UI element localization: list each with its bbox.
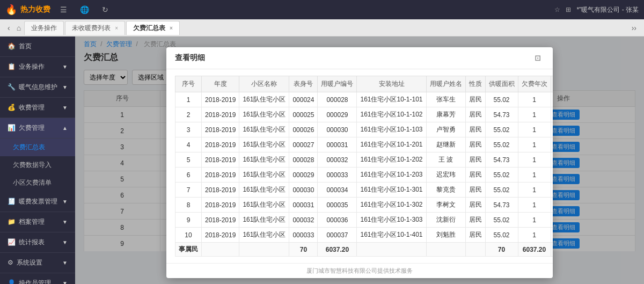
sidebar-item-heat-info[interactable]: 🔧暖气信息维护 ▼ bbox=[0, 77, 75, 98]
detail-modal: 查看明细 ⊡ 序号 年度 小区名称 表身号 用暖户编号 安装地址 bbox=[166, 47, 553, 278]
grid-icon[interactable]: ⊞ bbox=[566, 6, 571, 13]
sidebar-item-arrears-import[interactable]: 欠费数据导入 bbox=[0, 156, 75, 174]
modal-row-seq: 8 bbox=[175, 198, 202, 213]
modal-col-year: 年度 bbox=[202, 76, 239, 92]
modal-row-community: 161队住宅小区 bbox=[239, 92, 289, 107]
tab-home-btn[interactable]: ⌂ bbox=[13, 24, 24, 32]
modal-row-amount: 1210.44 bbox=[551, 122, 553, 137]
flame-icon: 🔥 bbox=[5, 4, 17, 16]
modal-row-times: 1 bbox=[518, 213, 551, 228]
sidebar-invoice-arrow: ▼ bbox=[62, 199, 68, 205]
sidebar-item-community-arrears[interactable]: 小区欠费清单 bbox=[0, 174, 75, 192]
modal-close-btn[interactable]: ⊡ bbox=[531, 53, 544, 63]
modal-row-meter: 000032 bbox=[289, 213, 318, 228]
sidebar-item-arrears-summary[interactable]: 欠费汇总表 bbox=[0, 139, 75, 156]
refresh-icon[interactable]: ↻ bbox=[99, 4, 112, 15]
sidebar-community-arrears-label: 小区欠费清单 bbox=[13, 179, 52, 186]
tab-prev-btn[interactable]: ‹ bbox=[4, 24, 13, 32]
modal-row-meter: 000026 bbox=[289, 122, 318, 137]
globe-icon[interactable]: 🌐 bbox=[77, 4, 92, 15]
modal-row-meter: 000027 bbox=[289, 137, 318, 152]
modal-col-community: 小区名称 bbox=[239, 76, 289, 92]
sidebar-item-operator[interactable]: 👤操作员管理 ▼ bbox=[0, 273, 75, 284]
tab-unpaid-close-icon[interactable]: × bbox=[115, 25, 118, 31]
menu-icon[interactable]: ☰ bbox=[57, 4, 70, 15]
app-title: 热力收费 bbox=[20, 5, 50, 14]
modal-footer-text: 厦门城市智慧科技有限公司提供技术服务 bbox=[166, 263, 553, 278]
modal-row-seq: 6 bbox=[175, 168, 202, 183]
modal-row-times: 1 bbox=[518, 107, 551, 122]
modal-row-amount: 1210.44 bbox=[551, 168, 553, 183]
sidebar-archive-arrow: ▼ bbox=[62, 219, 68, 225]
sidebar-heat-label: 暖气信息维护 bbox=[19, 83, 57, 91]
app-logo: 🔥 热力收费 bbox=[5, 4, 50, 16]
modal-table-row: 4 2018-2019 161队住宅小区 000027 000031 161住宅… bbox=[175, 137, 553, 152]
sidebar-item-settings[interactable]: ⚙系统设置 ▼ bbox=[0, 253, 75, 273]
modal-row-address: 161住宅小区10-1-302 bbox=[357, 198, 426, 213]
modal-row-amount: 1210.44 bbox=[551, 213, 553, 228]
modal-footer-year bbox=[202, 243, 239, 257]
modal-col-area: 供暖面积 bbox=[485, 76, 518, 92]
modal-row-userno: 000030 bbox=[318, 122, 357, 137]
modal-row-address: 161住宅小区10-1-301 bbox=[357, 183, 426, 198]
modal-row-name: 沈新衍 bbox=[426, 213, 465, 228]
sidebar-item-arrears[interactable]: 📊欠费管理 ▲ bbox=[0, 118, 75, 139]
modal-col-times: 欠费年次 bbox=[518, 76, 551, 92]
modal-row-times: 1 bbox=[518, 228, 551, 243]
modal-row-name: 李树文 bbox=[426, 198, 465, 213]
modal-row-seq: 3 bbox=[175, 122, 202, 137]
tab-unpaid-list[interactable]: 未收暖费列表 × bbox=[65, 21, 125, 35]
modal-row-meter: 000025 bbox=[289, 107, 318, 122]
sidebar-item-fee-mgmt[interactable]: 💰收费管理 ▼ bbox=[0, 98, 75, 118]
sidebar-business-arrow: ▼ bbox=[62, 64, 68, 70]
modal-row-year: 2018-2019 bbox=[202, 213, 239, 228]
modal-row-year: 2018-2019 bbox=[202, 152, 239, 168]
modal-row-times: 1 bbox=[518, 198, 551, 213]
modal-row-amount: 1204.06 bbox=[551, 198, 553, 213]
topbar: 🔥 热力收费 ☰ 🌐 ↻ ☆ ⊞ *"暖气有限公司 - 张某 bbox=[0, 0, 644, 19]
modal-row-year: 2018-2019 bbox=[202, 122, 239, 137]
modal-row-times: 1 bbox=[518, 122, 551, 137]
modal-row-type: 居民 bbox=[465, 137, 485, 152]
sidebar-fee-arrow: ▼ bbox=[62, 105, 68, 111]
sidebar-report-arrow: ▼ bbox=[62, 239, 68, 245]
sidebar-operator-arrow: ▼ bbox=[62, 280, 68, 284]
sidebar-item-business[interactable]: 📋业务操作 ▼ bbox=[0, 57, 75, 77]
modal-footer-community bbox=[239, 243, 289, 257]
modal-row-meter: 000030 bbox=[289, 183, 318, 198]
modal-row-seq: 5 bbox=[175, 152, 202, 168]
modal-row-userno: 000037 bbox=[318, 228, 357, 243]
tab-business-ops-label: 业务操作 bbox=[31, 24, 57, 33]
sidebar-item-archive[interactable]: 📁档案管理 ▼ bbox=[0, 212, 75, 232]
modal-footer-amount: 70 bbox=[551, 243, 553, 257]
sidebar-item-home[interactable]: 🏠首页 bbox=[0, 37, 75, 57]
modal-row-year: 2018-2019 bbox=[202, 92, 239, 107]
star-icon[interactable]: ☆ bbox=[554, 6, 560, 13]
modal-row-address: 161住宅小区10-1-101 bbox=[357, 92, 426, 107]
modal-footer-type bbox=[465, 243, 485, 257]
modal-row-type: 居民 bbox=[465, 107, 485, 122]
modal-row-address: 161住宅小区10-1-203 bbox=[357, 168, 426, 183]
tab-next-btn[interactable]: ›› bbox=[628, 24, 640, 32]
modal-row-name: 赵继新 bbox=[426, 137, 465, 152]
modal-row-community: 161队住宅小区 bbox=[239, 122, 289, 137]
modal-row-amount: 1204.06 bbox=[551, 152, 553, 168]
modal-row-name: 张车生 bbox=[426, 92, 465, 107]
modal-row-area: 54.73 bbox=[485, 198, 518, 213]
modal-row-area: 55.02 bbox=[485, 168, 518, 183]
sidebar-business-label: 业务操作 bbox=[19, 63, 45, 70]
modal-row-amount: 1210.44 bbox=[551, 183, 553, 198]
sidebar-item-report[interactable]: 📈统计报表 ▼ bbox=[0, 232, 75, 253]
tab-arrears-summary[interactable]: 欠费汇总表 × bbox=[126, 21, 180, 35]
sidebar-item-invoice[interactable]: 🧾暖费发票管理 ▼ bbox=[0, 192, 75, 212]
tab-business-ops[interactable]: 业务操作 bbox=[24, 21, 64, 35]
tab-arrears-close-icon[interactable]: × bbox=[170, 25, 173, 31]
modal-table-row: 8 2018-2019 161队住宅小区 000031 000035 161住宅… bbox=[175, 198, 553, 213]
modal-row-year: 2018-2019 bbox=[202, 168, 239, 183]
modal-row-userno: 000036 bbox=[318, 213, 357, 228]
modal-row-type: 居民 bbox=[465, 152, 485, 168]
modal-row-meter: 000029 bbox=[289, 168, 318, 183]
modal-row-meter: 000028 bbox=[289, 152, 318, 168]
modal-row-amount: 1210.44 bbox=[551, 228, 553, 243]
modal-row-seq: 7 bbox=[175, 183, 202, 198]
